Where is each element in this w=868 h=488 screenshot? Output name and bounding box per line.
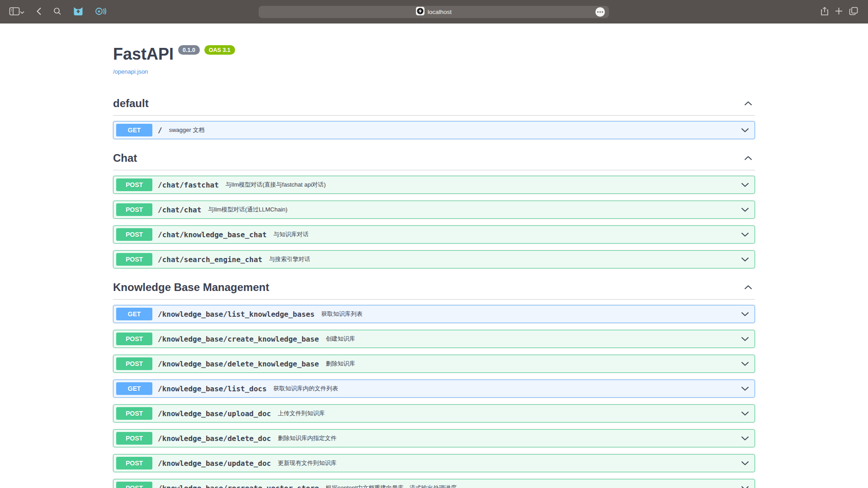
endpoint-expand-button[interactable] — [741, 410, 749, 417]
shield-extension-button[interactable] — [73, 5, 83, 19]
method-badge: POST — [116, 407, 152, 420]
endpoint-row[interactable]: POST /chat/search_engine_chat 与搜索引擎对话 — [113, 250, 755, 268]
endpoint-row[interactable]: POST /chat/fastchat 与llm模型对话(直接与fastchat… — [113, 176, 755, 194]
endpoint-expand-button[interactable] — [741, 460, 749, 467]
search-button[interactable] — [53, 5, 61, 19]
endpoint-row[interactable]: POST /knowledge_base/delete_doc 删除知识库内指定… — [113, 429, 755, 447]
endpoint-row[interactable]: GET /knowledge_base/list_knowledge_bases… — [113, 305, 755, 323]
method-badge: POST — [116, 228, 152, 241]
section-endpoints: POST /chat/fastchat 与llm模型对话(直接与fastchat… — [113, 176, 755, 268]
endpoint-row[interactable]: POST /knowledge_base/delete_knowledge_ba… — [113, 355, 755, 373]
endpoint-path: /knowledge_base/delete_doc — [158, 434, 271, 443]
swagger-page: FastAPI0.1.0OAS 3.1 /openapi.json defaul… — [113, 23, 755, 488]
section-header: Chat — [113, 152, 755, 170]
chevron-down-icon — [741, 231, 749, 238]
section-header: default — [113, 97, 755, 116]
chevron-down-icon — [741, 127, 749, 134]
method-badge: GET — [116, 382, 152, 395]
section-collapse-button[interactable] — [741, 100, 755, 107]
chevron-down-icon — [741, 435, 749, 442]
broadcast-extension-button[interactable] — [95, 5, 107, 19]
endpoint-description: 根据content中文档重建向量库，流式输出处理进度。 — [326, 484, 462, 488]
ellipsis-icon — [597, 11, 599, 13]
endpoint-path: / — [158, 126, 162, 135]
method-badge: GET — [116, 308, 152, 320]
method-badge: POST — [116, 253, 152, 266]
endpoint-path: /knowledge_base/list_knowledge_bases — [158, 310, 315, 319]
method-badge: POST — [116, 178, 152, 191]
endpoint-description: 与llm模型对话(通过LLMChain) — [208, 206, 288, 214]
endpoint-expand-button[interactable] — [741, 435, 749, 442]
sidebar-icon — [9, 7, 20, 17]
endpoint-row[interactable]: POST /chat/chat 与llm模型对话(通过LLMChain) — [113, 201, 755, 219]
endpoint-expand-button[interactable] — [741, 256, 749, 263]
page-title: FastAPI0.1.0OAS 3.1 — [113, 44, 755, 64]
new-tab-button[interactable] — [835, 5, 843, 19]
method-badge: POST — [116, 333, 152, 345]
section-title: default — [113, 97, 149, 110]
section-collapse-button[interactable] — [741, 284, 755, 291]
oas-badge: OAS 3.1 — [204, 45, 235, 55]
sidebar-toggle-button[interactable] — [9, 5, 20, 19]
endpoint-path: /chat/fastchat — [158, 181, 219, 189]
openapi-json-link[interactable]: /openapi.json — [113, 68, 148, 75]
section-endpoints: GET / swagger 文档 — [113, 121, 755, 139]
endpoint-description: 获取知识库列表 — [321, 310, 363, 318]
endpoint-row[interactable]: GET /knowledge_base/list_docs 获取知识库内的文件列… — [113, 380, 755, 398]
chevron-down-icon — [741, 256, 749, 263]
endpoint-description: swagger 文档 — [169, 126, 205, 134]
endpoint-expand-button[interactable] — [741, 231, 749, 238]
endpoint-description: 上传文件到知识库 — [278, 409, 325, 418]
endpoint-expand-button[interactable] — [741, 361, 749, 367]
share-icon — [821, 7, 829, 17]
endpoint-path: /knowledge_base/list_docs — [158, 385, 267, 393]
url-host-text: localhost — [428, 9, 452, 15]
endpoint-row[interactable]: POST /knowledge_base/create_knowledge_ba… — [113, 330, 755, 348]
search-icon — [53, 7, 61, 17]
share-button[interactable] — [821, 5, 829, 19]
api-section: Chat POST /chat/fastchat 与llm模型对话(直接与fas… — [113, 152, 755, 268]
endpoint-row[interactable]: GET / swagger 文档 — [113, 121, 755, 139]
chevron-down-icon — [741, 182, 749, 188]
endpoint-description: 删除知识库 — [326, 360, 355, 368]
broadcast-extension-icon — [95, 7, 107, 17]
shield-extension-icon — [73, 7, 83, 17]
endpoint-row[interactable]: POST /chat/knowledge_base_chat 与知识库对话 — [113, 225, 755, 244]
site-favicon — [416, 7, 425, 17]
url-bar[interactable]: localhost — [259, 6, 609, 18]
endpoint-row[interactable]: POST /knowledge_base/upload_doc 上传文件到知识库 — [113, 404, 755, 422]
version-badge: 0.1.0 — [178, 45, 200, 55]
endpoint-expand-button[interactable] — [741, 127, 749, 134]
section-collapse-button[interactable] — [741, 155, 755, 162]
method-badge: POST — [116, 482, 152, 488]
endpoint-row[interactable]: POST /knowledge_base/update_doc 更新现有文件到知… — [113, 454, 755, 472]
endpoint-path: /knowledge_base/recreate_vector_store — [158, 484, 319, 488]
chevron-down-icon — [741, 460, 749, 467]
endpoint-path: /chat/chat — [158, 206, 201, 214]
page-menu-button[interactable] — [595, 7, 605, 17]
api-sections: default GET / swagger 文档 Chat — [113, 97, 755, 488]
back-button[interactable] — [36, 5, 42, 19]
chevron-down-icon — [741, 410, 749, 417]
chevron-up-icon — [744, 284, 752, 291]
endpoint-description: 获取知识库内的文件列表 — [274, 385, 338, 393]
sidebar-menu-chevron-button[interactable] — [20, 5, 24, 19]
endpoint-expand-button[interactable] — [741, 311, 749, 318]
endpoint-description: 与知识库对话 — [274, 230, 309, 239]
endpoint-row[interactable]: POST /knowledge_base/recreate_vector_sto… — [113, 479, 755, 488]
chevron-down-icon — [741, 385, 749, 392]
endpoint-path: /knowledge_base/update_doc — [158, 459, 271, 468]
method-badge: POST — [116, 432, 152, 445]
endpoint-expand-button[interactable] — [741, 385, 749, 392]
section-title: Knowledge Base Management — [113, 281, 269, 294]
method-badge: POST — [116, 203, 152, 216]
endpoint-expand-button[interactable] — [741, 336, 749, 343]
tab-overview-button[interactable] — [849, 5, 858, 19]
endpoint-description: 删除知识库内指定文件 — [278, 434, 336, 442]
endpoint-expand-button[interactable] — [741, 182, 749, 188]
chevron-down-icon — [741, 485, 749, 488]
endpoint-expand-button[interactable] — [741, 206, 749, 213]
endpoint-expand-button[interactable] — [741, 485, 749, 488]
chevron-down-icon — [20, 9, 24, 15]
section-title: Chat — [113, 152, 137, 164]
